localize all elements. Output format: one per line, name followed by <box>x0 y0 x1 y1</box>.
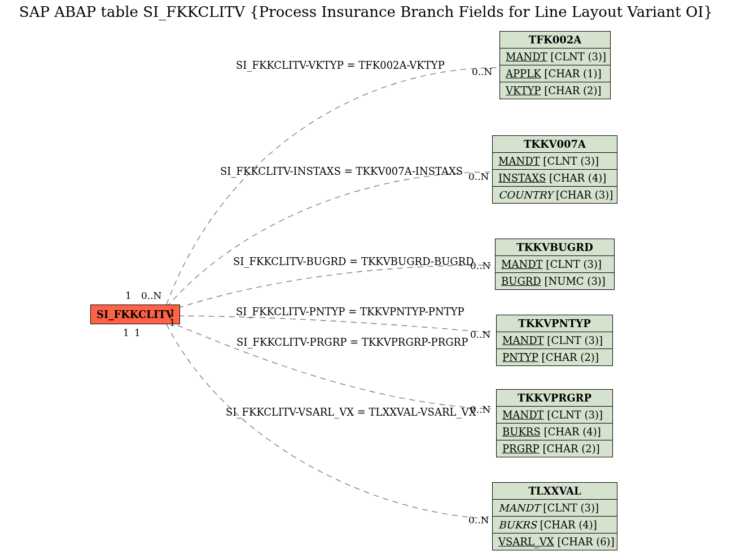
diagram-title: SAP ABAP table SI_FKKCLITV {Process Insu… <box>0 3 732 20</box>
left-card-1: 1 <box>125 290 132 301</box>
right-card-2: 0..N <box>468 171 489 182</box>
table-row: MANDT [CLNT (3)] <box>497 332 612 349</box>
table-row: COUNTRY [CHAR (3)] <box>493 187 617 203</box>
right-card-3: 0..N <box>470 260 491 271</box>
edge-label-5: SI_FKKCLITV-PRGRP = TKKVPRGRP-PRGRP <box>236 336 468 348</box>
table-row: BUKRS [CHAR (4)] <box>497 424 612 440</box>
edge-label-6: SI_FKKCLITV-VSARL_VX = TLXXVAL-VSARL_VX <box>226 406 476 418</box>
table-row: PRGRP [CHAR (2)] <box>497 440 612 457</box>
entity-main: SI_FKKCLITV <box>90 305 180 324</box>
left-card-r6: 1 <box>134 327 141 338</box>
table-row: BUKRS [CHAR (4)] <box>493 517 617 533</box>
right-card-6: 0..N <box>468 514 489 526</box>
edge-lines <box>0 0 732 560</box>
entity-header: TFK002A <box>500 32 610 48</box>
table-row: BUGRD [NUMC (3)] <box>496 273 614 289</box>
left-card-r4: 1 <box>169 317 176 328</box>
right-card-1: 0..N <box>472 66 493 77</box>
entity-tkkv007a: TKKV007A MANDT [CLNT (3)] INSTAXS [CHAR … <box>492 135 617 204</box>
table-row: MANDT [CLNT (3)] <box>496 256 614 273</box>
table-row: INSTAXS [CHAR (4)] <box>493 170 617 187</box>
entity-header: TKKVPRGRP <box>497 390 612 407</box>
edge-label-2: SI_FKKCLITV-INSTAXS = TKKV007A-INSTAXS <box>220 165 463 177</box>
entity-tkkvbugrd: TKKVBUGRD MANDT [CLNT (3)] BUGRD [NUMC (… <box>495 239 615 290</box>
er-diagram-canvas: SAP ABAP table SI_FKKCLITV {Process Insu… <box>0 0 732 560</box>
left-card-r5: 1 <box>123 327 129 338</box>
entity-tkkvprgrp: TKKVPRGRP MANDT [CLNT (3)] BUKRS [CHAR (… <box>496 389 613 457</box>
table-row: PNTYP [CHAR (2)] <box>497 349 612 365</box>
table-row: MANDT [CLNT (3)] <box>493 153 617 170</box>
table-row: APPLK [CHAR (1)] <box>500 65 610 82</box>
entity-header: TLXXVAL <box>493 483 617 500</box>
entity-tfk002a: TFK002A MANDT [CLNT (3)] APPLK [CHAR (1)… <box>499 31 611 99</box>
entity-main-label: SI_FKKCLITV <box>97 308 174 320</box>
left-card-0n: 0..N <box>141 290 162 301</box>
edge-label-4: SI_FKKCLITV-PNTYP = TKKVPNTYP-PNTYP <box>236 306 464 318</box>
table-row: MANDT [CLNT (3)] <box>493 500 617 517</box>
table-row: MANDT [CLNT (3)] <box>497 407 612 424</box>
entity-tkkvpntyp: TKKVPNTYP MANDT [CLNT (3)] PNTYP [CHAR (… <box>496 315 613 366</box>
entity-header: TKKVPNTYP <box>497 315 612 332</box>
table-row: VSARL_VX [CHAR (6)] <box>493 533 617 550</box>
table-row: VKTYP [CHAR (2)] <box>500 82 610 99</box>
edge-label-1: SI_FKKCLITV-VKTYP = TFK002A-VKTYP <box>236 59 445 71</box>
entity-tlxxval: TLXXVAL MANDT [CLNT (3)] BUKRS [CHAR (4)… <box>492 482 617 550</box>
right-card-4: 0..N <box>470 329 491 340</box>
entity-header: TKKV007A <box>493 136 617 153</box>
edge-label-3: SI_FKKCLITV-BUGRD = TKKVBUGRD-BUGRD <box>233 255 474 267</box>
entity-header: TKKVBUGRD <box>496 239 614 256</box>
table-row: MANDT [CLNT (3)] <box>500 48 610 65</box>
